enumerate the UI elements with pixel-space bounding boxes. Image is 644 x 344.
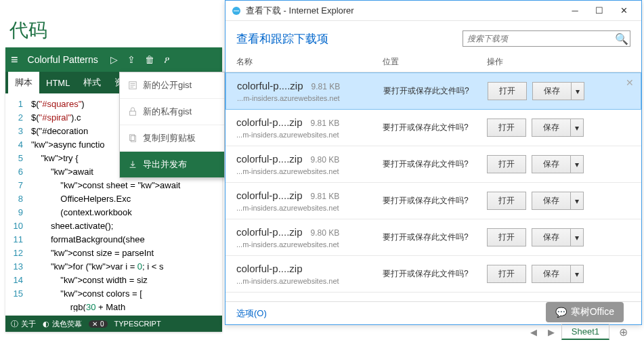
file-info: colorful-p....zip9.81 KB...m-insiders.az…: [237, 80, 383, 102]
maximize-button[interactable]: ☐: [587, 1, 611, 21]
save-split: 保存▾: [532, 82, 584, 100]
file-prompt: 要打开或保存此文件吗?: [383, 268, 487, 280]
save-button[interactable]: 保存: [532, 228, 570, 246]
save-caret[interactable]: ▾: [570, 192, 584, 210]
trash-icon[interactable]: 🗑: [145, 54, 154, 65]
dialog-subtitle: 查看和跟踪下载项: [236, 31, 452, 47]
menu-icon[interactable]: ≡: [11, 53, 18, 67]
file-actions: 打开保存▾: [488, 82, 584, 100]
watermark: 💬 寒树Office: [546, 302, 624, 322]
file-actions: 打开保存▾: [487, 192, 584, 210]
close-button[interactable]: ✕: [611, 1, 636, 21]
sheet-tabs: ◀ ▶ Sheet1 ⊕: [526, 324, 635, 340]
tab-style[interactable]: 样式: [77, 77, 108, 89]
menu-private-gist[interactable]: 新的私有gist: [120, 99, 224, 125]
save-caret[interactable]: ▾: [570, 155, 584, 173]
tab-html[interactable]: HTML: [39, 78, 77, 88]
download-row[interactable]: colorful-p....zip9.80 KB...m-insiders.az…: [226, 219, 641, 256]
save-button[interactable]: 保存: [532, 192, 570, 210]
file-info: colorful-p....zip9.81 KB...m-insiders.az…: [236, 190, 383, 212]
options-link[interactable]: 选项(O): [236, 307, 267, 320]
download-row[interactable]: colorful-p....zip9.80 KB...m-insiders.az…: [226, 146, 641, 183]
play-icon[interactable]: ▷: [110, 54, 118, 65]
file-actions: 打开保存▾: [487, 228, 584, 246]
file-name: colorful-p....zip: [236, 226, 303, 238]
status-about[interactable]: ⓘ 关于: [11, 319, 36, 329]
file-name: colorful-p....zip: [237, 80, 303, 91]
download-row[interactable]: colorful-p....zip...m-insiders.azurewebs…: [226, 256, 641, 293]
tab-script[interactable]: 脚本: [8, 72, 39, 93]
file-info: colorful-p....zip...m-insiders.azurewebs…: [236, 263, 383, 285]
svg-rect-1: [130, 111, 136, 115]
file-name: colorful-p....zip: [236, 153, 303, 165]
download-dialog: 查看下载 - Internet Explorer ─ ☐ ✕ 查看和跟踪下载项 …: [225, 0, 642, 325]
close-icon[interactable]: ✕: [626, 77, 634, 88]
save-caret[interactable]: ▾: [570, 265, 584, 283]
menu-copy-clipboard[interactable]: 复制到剪贴板: [120, 125, 224, 152]
file-source: ...m-insiders.azurewebsites.net: [236, 240, 383, 249]
file-prompt: 要打开或保存此文件吗?: [383, 122, 487, 133]
download-row[interactable]: colorful-p....zip9.81 KB...m-insiders.az…: [226, 183, 641, 219]
project-title: Colorful Patterns: [28, 54, 98, 65]
editor-header: ≡ Colorful Patterns ▷ ⇪ 🗑 ዖ: [5, 47, 222, 72]
file-prompt: 要打开或保存此文件吗?: [383, 232, 487, 243]
clipboard-icon: [128, 133, 137, 143]
minimize-button[interactable]: ─: [563, 1, 587, 21]
lock-icon: [128, 107, 137, 116]
search-icon[interactable]: 🔍: [614, 33, 630, 45]
file-prompt: 要打开或保存此文件吗?: [383, 85, 488, 97]
sheet-next[interactable]: ▶: [544, 326, 559, 339]
file-source: ...m-insiders.azurewebsites.net: [237, 94, 383, 102]
open-button[interactable]: 打开: [488, 82, 527, 100]
menu-export-publish[interactable]: 导出并发布: [120, 152, 224, 177]
sheet-prev[interactable]: ◀: [526, 326, 541, 339]
save-caret[interactable]: ▾: [571, 82, 584, 100]
wechat-icon: 💬: [555, 307, 567, 318]
save-button[interactable]: 保存: [532, 265, 570, 283]
open-button[interactable]: 打开: [487, 265, 526, 283]
file-name: colorful-p....zip: [236, 190, 303, 201]
download-row[interactable]: colorful-p....zip9.81 KB...m-insiders.az…: [226, 110, 641, 146]
status-errors[interactable]: ✕ 0: [89, 320, 108, 328]
share-dropdown: 新的公开gist 新的私有gist 复制到剪贴板 导出并发布: [119, 72, 225, 178]
column-headers: 名称 位置 操作: [226, 53, 641, 72]
user-icon[interactable]: ዖ: [164, 54, 170, 66]
dialog-title: 查看下载 - Internet Explorer: [246, 5, 354, 17]
file-info: colorful-p....zip9.80 KB...m-insiders.az…: [236, 153, 383, 175]
download-list: colorful-p....zip9.81 KB...m-insiders.az…: [226, 72, 641, 304]
sheet-tab[interactable]: Sheet1: [561, 324, 609, 340]
file-actions: 打开保存▾: [487, 265, 584, 283]
save-split: 保存▾: [532, 192, 584, 210]
line-gutter: 123456789101112131415: [5, 93, 27, 301]
file-size: 9.80 KB: [311, 155, 340, 165]
save-split: 保存▾: [532, 228, 584, 246]
save-split: 保存▾: [532, 265, 584, 283]
file-info: colorful-p....zip9.80 KB...m-insiders.az…: [236, 226, 383, 249]
open-button[interactable]: 打开: [487, 228, 526, 246]
file-source: ...m-insiders.azurewebsites.net: [236, 204, 383, 212]
save-button[interactable]: 保存: [532, 119, 570, 137]
add-sheet[interactable]: ⊕: [612, 324, 635, 340]
search-input[interactable]: [463, 34, 614, 43]
open-button[interactable]: 打开: [487, 192, 526, 210]
save-button[interactable]: 保存: [532, 82, 571, 100]
file-source: ...m-insiders.azurewebsites.net: [236, 167, 383, 175]
file-info: colorful-p....zip9.81 KB...m-insiders.az…: [236, 116, 383, 139]
file-name: colorful-p....zip: [236, 263, 303, 274]
save-split: 保存▾: [532, 119, 584, 137]
open-button[interactable]: 打开: [487, 119, 526, 137]
open-button[interactable]: 打开: [487, 155, 526, 173]
share-icon[interactable]: ⇪: [127, 54, 135, 65]
dialog-subheader: 查看和跟踪下载项 🔍: [226, 21, 641, 53]
menu-public-gist[interactable]: 新的公开gist: [120, 72, 224, 99]
file-actions: 打开保存▾: [487, 119, 584, 137]
download-row[interactable]: colorful-p....zip9.81 KB...m-insiders.az…: [226, 72, 641, 110]
file-source: ...m-insiders.azurewebsites.net: [236, 277, 383, 285]
download-icon: [128, 160, 137, 169]
save-caret[interactable]: ▾: [570, 228, 584, 246]
save-caret[interactable]: ▾: [570, 119, 584, 137]
status-theme[interactable]: ◐ 浅色荧幕: [43, 319, 82, 329]
save-button[interactable]: 保存: [532, 155, 570, 173]
col-name: 名称: [236, 56, 383, 68]
dialog-titlebar: 查看下载 - Internet Explorer ─ ☐ ✕: [226, 1, 641, 21]
